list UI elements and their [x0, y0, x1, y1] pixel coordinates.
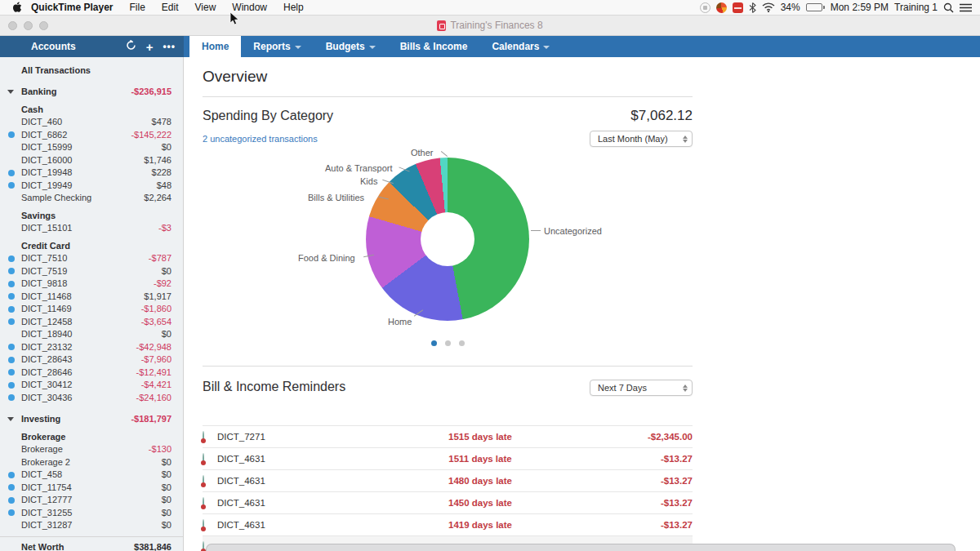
more-options-icon[interactable]: ••• — [163, 41, 176, 52]
disclosure-triangle-icon[interactable] — [7, 90, 14, 94]
reminder-days-late: 1515 days late — [399, 432, 562, 442]
notification-center-icon[interactable] — [960, 3, 972, 12]
mouse-cursor — [229, 11, 239, 29]
sidebar-account-row[interactable]: DICT_7519$0 — [0, 264, 183, 278]
account-label: Brokerage 2 — [21, 457, 70, 467]
unread-dot-icon — [8, 369, 15, 375]
sidebar-account-row[interactable]: DICT_12777$0 — [0, 494, 183, 507]
menu-view[interactable]: View — [187, 2, 225, 13]
account-balance: -$130 — [149, 444, 172, 454]
accounts-sidebar: All TransactionsBanking-$236,915CashDICT… — [0, 57, 184, 551]
reminder-days-late: 1511 days late — [399, 454, 562, 464]
sidebar-account-row[interactable]: Brokerage-$130 — [0, 443, 183, 456]
account-label: DICT_12458 — [21, 317, 72, 327]
sidebar-account-row[interactable]: Sample Checking$2,264 — [0, 192, 183, 205]
sidebar-group-investing[interactable]: Investing-$181,797 — [0, 413, 183, 426]
reminder-row[interactable]: DICT_72711515 days late-$2,345.00 — [203, 425, 693, 447]
sidebar-account-row[interactable]: DICT_11469-$1,860 — [0, 303, 183, 316]
reminder-row[interactable]: DICT_46311480 days late-$13.27 — [203, 469, 693, 491]
chart-slice-label: Uncategorized — [544, 226, 602, 236]
menu-app-name[interactable]: QuickTime Player — [24, 2, 122, 13]
menu-file[interactable]: File — [122, 2, 154, 13]
sidebar-account-row[interactable]: DICT_15101-$3 — [0, 222, 183, 235]
uncategorized-transactions-link[interactable]: 2 uncategorized transactions — [203, 134, 318, 144]
add-account-icon[interactable]: + — [146, 41, 154, 53]
window-title: Training's Finances 8 — [450, 20, 542, 31]
sidebar-account-row[interactable]: DICT_11754$0 — [0, 481, 183, 494]
fast-user-switch[interactable]: Training 1 — [894, 2, 938, 13]
parrot-app-icon[interactable] — [716, 2, 727, 13]
sync-accounts-icon[interactable] — [126, 39, 136, 54]
sidebar-account-row[interactable]: DICT_18940$0 — [0, 328, 183, 341]
account-balance: $0 — [162, 142, 172, 152]
account-label: DICT_30436 — [21, 393, 72, 402]
sidebar-subheader: Brokerage — [0, 430, 183, 443]
sidebar-account-row[interactable]: DICT_7510-$787 — [0, 252, 183, 265]
sidebar-account-row[interactable]: DICT_16000$1,746 — [0, 153, 183, 167]
account-balance: -$24,160 — [136, 393, 172, 402]
sidebar-account-row[interactable]: DICT_30412-$4,421 — [0, 379, 183, 392]
unread-dot-icon — [8, 394, 15, 401]
tab-budgets[interactable]: Budgets — [314, 36, 388, 57]
sidebar-account-row[interactable]: DICT_23132-$42,948 — [0, 340, 183, 353]
bluetooth-icon[interactable] — [749, 2, 756, 13]
reminder-row[interactable]: DICT_46311450 days late-$13.27 — [203, 491, 693, 513]
tab-calendars[interactable]: Calendars — [479, 36, 562, 57]
sidebar-account-row[interactable]: DICT_460$478 — [0, 116, 183, 129]
sidebar-account-row[interactable]: Brokerage 2$0 — [0, 455, 183, 469]
menu-bar-clock[interactable]: Mon 2:59 PM — [831, 2, 889, 13]
reminder-name: DICT_4631 — [217, 520, 265, 530]
apple-menu-icon[interactable] — [10, 2, 24, 13]
red-app-icon[interactable] — [733, 2, 743, 13]
select-stepper-icon — [683, 136, 688, 143]
account-label: DICT_11469 — [21, 304, 72, 313]
reminders-period-select[interactable]: Next 7 Days — [590, 380, 693, 396]
spotlight-search-icon[interactable] — [943, 2, 954, 13]
account-balance: $48 — [157, 180, 172, 190]
reminder-row[interactable]: DICT_46311511 days late-$13.27 — [203, 447, 693, 469]
sidebar-item-all-transactions[interactable]: All Transactions — [0, 64, 183, 77]
battery-icon[interactable] — [806, 3, 825, 11]
sidebar-account-row[interactable]: DICT_28646-$12,491 — [0, 366, 183, 379]
sidebar-account-row[interactable]: DICT_31287$0 — [0, 519, 183, 532]
sidebar-account-row[interactable]: DICT_19948$228 — [0, 167, 183, 180]
account-balance: -$12,491 — [136, 367, 172, 377]
reminder-row[interactable]: DICT_46311419 days late-$13.27 — [203, 513, 693, 535]
battery-percentage: 34% — [781, 2, 800, 13]
account-label: DICT_6862 — [21, 130, 67, 140]
sidebar-account-row[interactable]: DICT_28643-$7,960 — [0, 353, 183, 367]
unread-dot-icon — [8, 472, 15, 478]
sidebar-account-row[interactable]: DICT_6862-$145,222 — [0, 128, 183, 141]
unread-dot-icon — [8, 509, 15, 516]
disclosure-triangle-icon[interactable] — [7, 417, 14, 421]
menu-help[interactable]: Help — [275, 2, 312, 13]
chart-slice-label: Other — [411, 148, 434, 158]
accounts-header: Accounts + ••• — [0, 36, 184, 57]
pagination-dot[interactable] — [431, 340, 437, 346]
sidebar-account-row[interactable]: DICT_9818-$92 — [0, 278, 183, 291]
spending-donut-chart[interactable]: UncategorizedHomeFood & DiningBills & Ut… — [203, 147, 693, 353]
wifi-icon[interactable] — [762, 2, 775, 12]
stop-recording-icon[interactable] — [700, 2, 710, 13]
sidebar-account-row[interactable]: DICT_19949$48 — [0, 179, 183, 192]
sidebar-account-row[interactable]: DICT_458$0 — [0, 469, 183, 482]
sidebar-group-banking[interactable]: Banking-$236,915 — [0, 86, 183, 99]
chart-pagination-dots[interactable] — [203, 340, 693, 346]
tab-reports[interactable]: Reports — [241, 36, 313, 57]
sidebar-account-row[interactable]: DICT_15999$0 — [0, 141, 183, 154]
sidebar-subheader: Credit Card — [0, 239, 183, 252]
tab-home[interactable]: Home — [189, 36, 241, 57]
sidebar-account-row[interactable]: DICT_11468$1,917 — [0, 290, 183, 303]
menu-edit[interactable]: Edit — [154, 2, 187, 13]
account-label: Credit Card — [21, 241, 70, 251]
sidebar-account-row[interactable]: DICT_12458-$3,654 — [0, 315, 183, 328]
account-balance: -$4,421 — [141, 380, 172, 389]
account-label: DICT_16000 — [21, 155, 72, 165]
pagination-dot[interactable] — [459, 340, 465, 346]
sidebar-account-row[interactable]: DICT_31255$0 — [0, 506, 183, 519]
unread-dot-icon — [8, 293, 15, 300]
sidebar-account-row[interactable]: DICT_30436-$24,160 — [0, 391, 183, 404]
pagination-dot[interactable] — [445, 340, 451, 346]
tab-bills-income[interactable]: Bills & Income — [388, 36, 480, 57]
spending-period-select[interactable]: Last Month (May) — [590, 131, 693, 147]
